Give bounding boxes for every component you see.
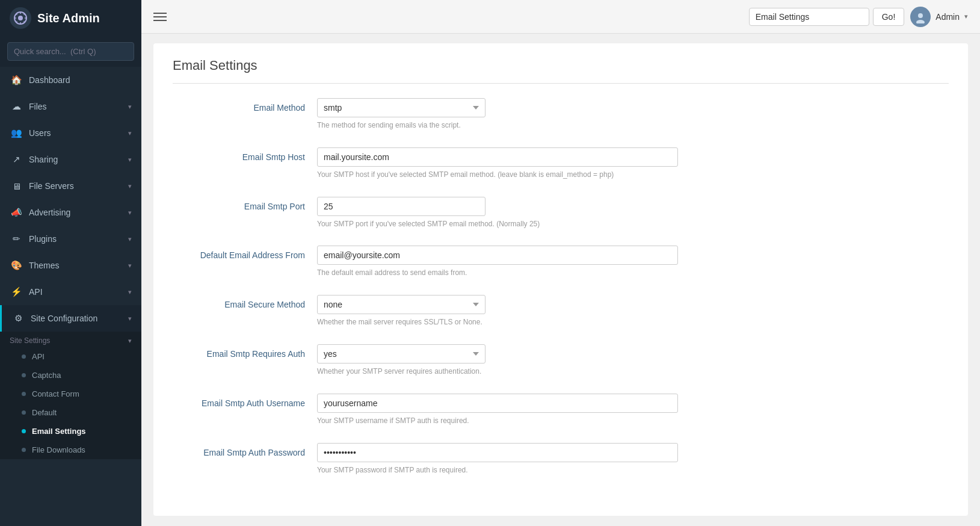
- svg-point-1: [18, 16, 23, 20]
- sidebar-item-label: Advertising: [29, 208, 70, 217]
- smtp-port-input[interactable]: [317, 197, 485, 216]
- topbar-user[interactable]: Admin ▾: [910, 7, 968, 27]
- sub-item-label: File Downloads: [32, 445, 85, 454]
- form-label-email-method: Email Method: [173, 98, 317, 113]
- hamburger-line: [153, 20, 167, 21]
- form-row-secure-method: Email Secure Method none ssl tls Whether…: [173, 295, 949, 327]
- sub-item-label: Captcha: [32, 371, 61, 380]
- topbar-nav-select[interactable]: Email Settings API Captcha Contact Form …: [749, 8, 869, 26]
- site-settings-section[interactable]: Site Settings ▾: [0, 332, 141, 347]
- search-input[interactable]: [7, 42, 134, 61]
- sidebar-sub-item-api[interactable]: API: [0, 347, 141, 366]
- users-icon: 👥: [10, 126, 23, 140]
- chevron-down-icon: ▾: [128, 262, 132, 270]
- form-row-smtp-port: Email Smtp Port Your SMTP port if you've…: [173, 197, 949, 229]
- sub-item-dot: [22, 448, 26, 452]
- form-label-email-from: Default Email Address From: [173, 246, 317, 260]
- page-title: Email Settings: [173, 58, 949, 84]
- secure-method-hint: Whether the mail server requires SSL/TLS…: [317, 317, 678, 327]
- form-control-email-method: smtp php sendmail The method for sending…: [317, 98, 678, 131]
- sidebar-item-label: Site Configuration: [31, 314, 97, 323]
- sub-item-dot: [22, 429, 26, 433]
- chevron-down-icon: ▾: [128, 103, 132, 111]
- user-chevron-icon: ▾: [964, 13, 968, 20]
- sidebar-item-files[interactable]: ☁ Files ▾: [0, 93, 141, 120]
- email-from-hint: The default email address to send emails…: [317, 268, 678, 278]
- site-config-icon: ⚙: [11, 312, 25, 325]
- logo-icon: [10, 7, 31, 29]
- sidebar-item-label: Users: [29, 128, 51, 138]
- dashboard-icon: 🏠: [10, 73, 23, 87]
- sidebar-item-users[interactable]: 👥 Users ▾: [0, 120, 141, 146]
- secure-method-select[interactable]: none ssl tls: [317, 295, 485, 314]
- topbar: Email Settings API Captcha Contact Form …: [141, 0, 980, 34]
- sub-item-label: Default: [32, 408, 57, 417]
- sidebar-item-sharing[interactable]: ↗ Sharing ▾: [0, 146, 141, 173]
- chevron-down-icon: ▾: [128, 156, 132, 164]
- advertising-icon: 📣: [10, 206, 23, 219]
- smtp-host-hint: Your SMTP host if you've selected SMTP e…: [317, 170, 678, 180]
- smtp-password-input[interactable]: [317, 443, 678, 462]
- chevron-down-icon: ▾: [128, 288, 132, 296]
- sub-item-dot: [22, 410, 26, 415]
- main-area: Email Settings API Captcha Contact Form …: [141, 0, 980, 526]
- sidebar-item-api[interactable]: ⚡ API ▾: [0, 279, 141, 305]
- email-method-hint: The method for sending emails via the sc…: [317, 120, 678, 131]
- form-control-smtp-port: Your SMTP port if you've selected SMTP e…: [317, 197, 678, 229]
- sidebar-item-file-servers[interactable]: 🖥 File Servers ▾: [0, 173, 141, 199]
- topbar-go-button[interactable]: Go!: [873, 8, 905, 26]
- form-control-email-from: The default email address to send emails…: [317, 246, 678, 278]
- sidebar-item-advertising[interactable]: 📣 Advertising ▾: [0, 199, 141, 226]
- form-label-secure-method: Email Secure Method: [173, 295, 317, 309]
- form-label-smtp-username: Email Smtp Auth Username: [173, 394, 317, 408]
- sidebar-item-plugins[interactable]: ✏ Plugins ▾: [0, 226, 141, 252]
- smtp-host-input[interactable]: [317, 147, 678, 167]
- sub-item-dot: [22, 354, 26, 359]
- sidebar-item-label: API: [29, 287, 43, 297]
- sidebar-sub-item-email-settings[interactable]: Email Settings: [0, 422, 141, 441]
- sidebar-item-label: Themes: [29, 261, 60, 270]
- sidebar-item-dashboard[interactable]: 🏠 Dashboard: [0, 67, 141, 93]
- hamburger-line: [153, 16, 167, 17]
- form-label-smtp-auth: Email Smtp Requires Auth: [173, 344, 317, 359]
- smtp-username-input[interactable]: [317, 394, 678, 413]
- content-inner: Email Settings Email Method smtp php sen…: [153, 43, 968, 516]
- sub-item-dot: [22, 392, 26, 396]
- form-control-smtp-password: Your SMTP password if SMTP auth is requi…: [317, 443, 678, 475]
- file-servers-icon: 🖥: [10, 179, 23, 193]
- smtp-password-hint: Your SMTP password if SMTP auth is requi…: [317, 465, 678, 475]
- form-control-secure-method: none ssl tls Whether the mail server req…: [317, 295, 678, 327]
- site-settings-label: Site Settings: [10, 336, 50, 345]
- sidebar-item-themes[interactable]: 🎨 Themes ▾: [0, 252, 141, 279]
- form-row-smtp-auth: Email Smtp Requires Auth yes no Whether …: [173, 344, 949, 377]
- sidebar-sub-item-contact-form[interactable]: Contact Form: [0, 385, 141, 403]
- api-icon: ⚡: [10, 285, 23, 299]
- email-from-input[interactable]: [317, 246, 678, 265]
- sub-item-label: Contact Form: [32, 389, 79, 398]
- form-row-smtp-password: Email Smtp Auth Password Your SMTP passw…: [173, 443, 949, 475]
- smtp-auth-hint: Whether your SMTP server requires authen…: [317, 367, 678, 377]
- sidebar-item-site-config[interactable]: ⚙ Site Configuration ▾: [0, 305, 141, 332]
- topbar-right: Email Settings API Captcha Contact Form …: [749, 7, 968, 27]
- sidebar-sub-item-captcha[interactable]: Captcha: [0, 366, 141, 385]
- sharing-icon: ↗: [10, 153, 23, 166]
- chevron-down-icon: ▾: [128, 129, 132, 137]
- sidebar-item-label: File Servers: [29, 181, 74, 191]
- sidebar-sub-item-file-downloads[interactable]: File Downloads: [0, 441, 141, 459]
- chevron-down-icon: ▾: [128, 315, 132, 323]
- smtp-username-hint: Your SMTP username if SMTP auth is requi…: [317, 416, 678, 426]
- sidebar-item-label: Dashboard: [29, 75, 70, 85]
- user-name: Admin: [935, 12, 960, 22]
- hamburger-menu[interactable]: [153, 13, 167, 21]
- app-title: Site Admin: [37, 11, 100, 25]
- sidebar-sub-item-default[interactable]: Default: [0, 403, 141, 422]
- content-area: Email Settings Email Method smtp php sen…: [141, 34, 980, 526]
- form-label-smtp-port: Email Smtp Port: [173, 197, 317, 211]
- chevron-down-icon: ▾: [128, 337, 132, 345]
- svg-point-3: [916, 20, 925, 23]
- email-method-select[interactable]: smtp php sendmail: [317, 98, 485, 117]
- plugins-icon: ✏: [10, 232, 23, 246]
- form-row-email-from: Default Email Address From The default e…: [173, 246, 949, 278]
- chevron-down-icon: ▾: [128, 182, 132, 190]
- smtp-auth-select[interactable]: yes no: [317, 344, 485, 364]
